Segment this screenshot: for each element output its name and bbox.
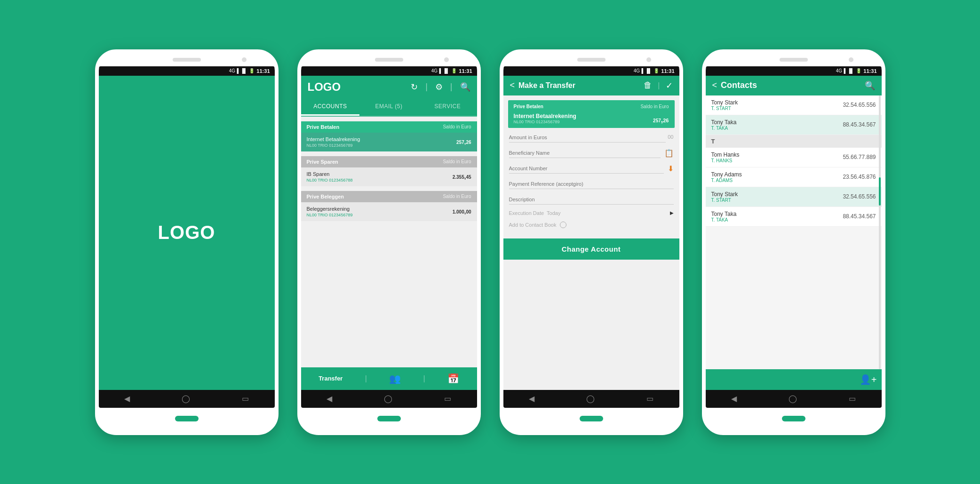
contact-book-icon[interactable]: 📋 [664,149,674,158]
phone-screen: 4G▐ ▐▌ 🔋 11:31 LOGO ↻ | ⚙ | 🔍 Accounts E… [301,66,477,408]
tab-service[interactable]: Service [418,98,477,116]
tab-email[interactable]: Email (5) [359,98,418,116]
header-icons: ↻ | ⚙ | 🔍 [411,82,470,92]
execution-row: Execution Date Today ▶ [509,210,674,216]
sel-acc-amount: 257,26 [653,116,669,124]
home-button[interactable] [175,416,199,421]
settings-icon[interactable]: ⚙ [435,82,443,92]
account-item[interactable]: IB Sparen NL00 TRIO 0123456788 2.355,45 [301,167,477,186]
transfer-content: Prive Betalen Saldo in Euro Internet Bet… [503,95,679,390]
wifi-icon: ▐▌ [645,68,652,73]
recents-nav[interactable]: ▭ [646,394,653,403]
contact-item-tony-taka[interactable]: Tony Taka T. TAKA 88.45.34.567 [706,207,882,227]
back-nav[interactable]: ◀ [529,394,534,403]
accounts-content: Prive Betalen Saldo in Euro Internet Bet… [301,117,477,367]
account-number: NL00 TRIO 0123456789 [307,213,353,217]
contact-short: T. TAKA [711,126,737,131]
tab-accounts[interactable]: Accounts [301,98,360,116]
app-footer: Transfer | 👥 | 📅 [301,367,477,390]
contact-item-tony-taka-top[interactable]: Tony Taka T. TAKA 88.45.34.567 [706,115,882,135]
tab-bar: Accounts Email (5) Service [301,98,477,117]
home-button[interactable] [580,416,603,421]
home-nav[interactable]: ◯ [586,394,595,403]
cents: 00 [466,209,471,214]
account-number-input[interactable] [509,164,664,174]
transfer-title-area: < Make a Transfer [510,80,575,90]
phone-accounts: 4G▐ ▐▌ 🔋 11:31 LOGO ↻ | ⚙ | 🔍 Accounts E… [297,49,481,435]
back-button[interactable]: < [510,80,515,90]
speaker [780,58,808,62]
contact-number: 23.56.45.876 [843,174,876,180]
selected-account: Prive Betalen Saldo in Euro Internet Bet… [508,100,675,128]
signal-icon: 4G▐ [836,68,845,73]
splash-logo: LOGO [158,222,215,243]
execution-label: Execution Date [509,210,544,216]
check-icon[interactable]: ✓ [666,80,673,91]
account-item[interactable]: Beleggersrekening NL00 TRIO 0123456789 1… [301,202,477,221]
contact-item-tom-hanks[interactable]: Tom Hanks T. HANKS 55.66.77.889 [706,148,882,167]
recents-nav[interactable]: ▭ [849,394,856,403]
contact-number: 88.45.34.567 [843,121,876,128]
recents-nav[interactable]: ▭ [444,394,451,403]
account-group-beleggen: Prive Beleggen Saldo in Euro Beleggersre… [301,191,477,221]
change-account-button[interactable]: Change Account [503,238,679,260]
home-nav[interactable]: ◯ [789,394,797,403]
account-number: NL00 TRIO 0123456789 [307,143,360,148]
amount-row: 00 [509,133,674,143]
phone-splash: 4G▐ ▐▌ 🔋 11:31 LOGO ◀ ◯ ▭ [95,49,279,435]
amount-input[interactable] [509,133,666,143]
home-button[interactable] [782,416,805,421]
contact-short: T. ADAMS [711,178,742,183]
back-nav[interactable]: ◀ [731,394,737,403]
description-input[interactable] [509,195,674,205]
contact-item-tony-adams[interactable]: Tony Adams T. ADAMS 23.56.45.876 [706,167,882,187]
contacts-search-icon[interactable]: 🔍 [865,80,875,91]
refresh-icon[interactable]: ↻ [411,82,418,92]
wifi-icon: ▐▌ [847,68,854,73]
phone-bottom [301,408,477,431]
footer-divider2: | [423,374,425,383]
phone-bottom [99,408,275,431]
search-icon[interactable]: 🔍 [460,82,470,92]
phone-transfer: 4G▐ ▐▌ 🔋 11:31 < Make a Transfer 🗑 | ✓ P… [500,49,683,435]
phone-top [99,53,275,66]
contact-item-tony-stark-top[interactable]: Tony Stark T. START 32.54.65.556 [706,95,882,115]
home-nav[interactable]: ◯ [182,394,190,403]
contact-item-tony-stark[interactable]: Tony Stark T. START 32.54.65.556 [706,187,882,207]
status-bar: 4G▐ ▐▌ 🔋 11:31 [301,66,477,76]
beneficiary-input[interactable] [509,148,661,158]
recents-nav[interactable]: ▭ [242,394,249,403]
back-button[interactable]: < [712,80,717,90]
amount-cents: 00 [666,134,673,141]
divider: | [658,81,660,90]
back-nav[interactable]: ◀ [327,394,332,403]
reference-row [509,179,674,189]
add-contact-icon[interactable]: 👤+ [860,374,877,385]
footer-divider: | [365,374,367,383]
contact-checkbox[interactable] [560,222,566,228]
transfer-label[interactable]: Transfer [319,375,343,382]
speaker [577,58,606,62]
calendar-icon[interactable]: 📅 [447,373,459,384]
group-label: Saldo in Euro [443,159,471,164]
status-bar: 4G▐ ▐▌ 🔋 11:31 [706,66,882,76]
people-icon[interactable]: 👥 [389,373,401,384]
account-item[interactable]: Internet Betaalrekening NL00 TRIO 012345… [301,133,477,151]
home-nav[interactable]: ◯ [384,394,392,403]
phone-bottom [503,408,679,431]
contact-short: T. START [711,106,738,111]
divider: | [425,82,428,92]
contact-name: Tony Stark [711,99,738,106]
contact-row: Add to Contact Book [509,222,674,228]
execution-value: Today [547,210,560,216]
home-button[interactable] [377,416,401,421]
reference-input[interactable] [509,179,674,189]
contact-name: Tom Hanks [711,151,740,158]
sel-acc-sublabel: Saldo in Euro [640,104,669,109]
dropdown-arrow[interactable]: ▶ [670,210,674,215]
contact-name: Tony Stark [711,191,738,198]
trash-icon[interactable]: 🗑 [644,80,652,90]
section-header-t: T [706,135,882,148]
contact-name: Tony Adams [711,171,742,178]
back-nav[interactable]: ◀ [124,394,130,403]
